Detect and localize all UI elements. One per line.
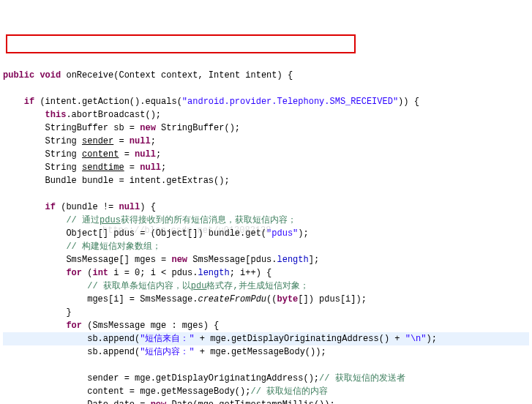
code-line: this.abortBroadcast(); — [3, 110, 161, 120]
code-line: content = mge.getMessageBody();// 获取短信的内… — [3, 386, 328, 397]
code-line: // 构建短信对象数组； — [3, 242, 161, 252]
code-line: String content = null; — [3, 149, 161, 160]
code-line: StringBuffer sb = new StringBuffer(); — [3, 123, 240, 133]
code-line: sb.append("短信内容：" + mge.getMessageBody()… — [3, 347, 326, 357]
code-line: for (SmsMessage mge : mges) { — [3, 321, 219, 331]
code-line: String sendtime = null; — [3, 162, 166, 173]
code-line: for (int i = 0; i < pdus.length; i++) { — [3, 268, 271, 278]
code-line: public void onReceive(Context context, I… — [3, 70, 293, 81]
code-line: SmsMessage[] mges = new SmsMessage[pdus.… — [3, 255, 319, 265]
code-line: mges[i] = SmsMessage.createFromPdu((byte… — [3, 294, 367, 304]
code-line: // 通过pdus获得接收到的所有短信消息，获取短信内容； — [3, 215, 296, 225]
highlight-box — [6, 34, 356, 53]
code-line: if (bundle != null) { — [3, 202, 156, 212]
code-line: sender = mge.getDisplayOriginatingAddres… — [3, 373, 405, 384]
code-line: if (intent.getAction().equals("android.p… — [3, 97, 419, 107]
code-line: Bundle bundle = intent.getExtras(); — [3, 176, 230, 186]
code-line: String sender = null; — [3, 136, 156, 146]
code-editor[interactable]: public void onReceive(Context context, I… — [0, 53, 532, 404]
code-line: } — [3, 307, 72, 318]
code-line: Object[] pdus = (Object[]) bundle.get("p… — [3, 228, 309, 239]
code-line: // 获取单条短信内容，以pdu格式存,并生成短信对象； — [3, 281, 309, 291]
code-line: Date date = new Date(mge.getTimestampMil… — [3, 400, 335, 404]
highlighted-line: sb.append("短信来自：" + mge.getDisplayOrigin… — [3, 332, 529, 345]
